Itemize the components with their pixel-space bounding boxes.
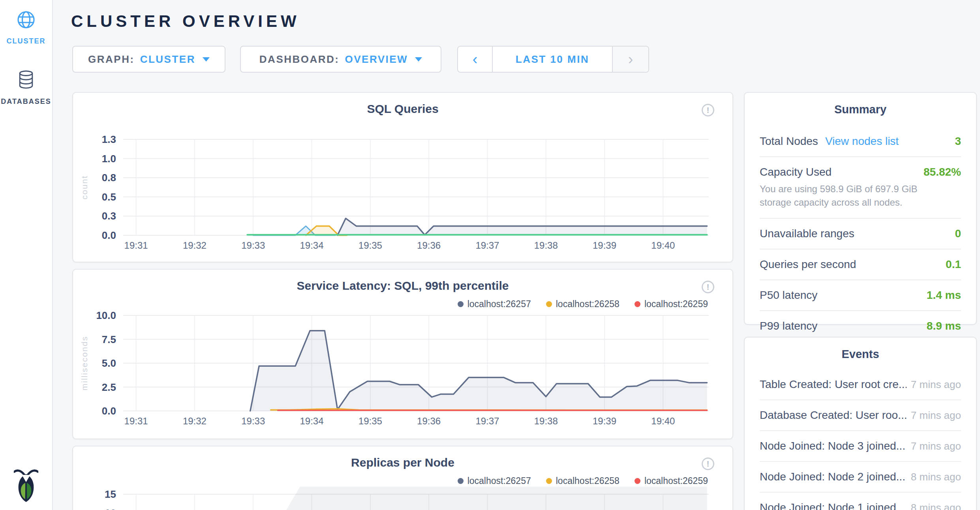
event-row[interactable]: Node Joined: Node 2 joined...8 mins ago: [760, 462, 961, 493]
svg-text:19:38: 19:38: [534, 416, 558, 426]
summary-row-value: 3: [955, 135, 961, 148]
event-text: Database Created: User roo...: [760, 409, 907, 422]
svg-text:19:32: 19:32: [183, 240, 207, 251]
summary-row-value: 0: [955, 227, 961, 240]
svg-text:19:35: 19:35: [359, 240, 382, 251]
sidebar-item-cluster[interactable]: CLUSTER: [0, 0, 52, 45]
replicas-per-node-canvas: 151050: [73, 446, 734, 510]
cockroachdb-logo: [14, 468, 38, 504]
summary-list: Total Nodes View nodes list 3 Capacity U…: [760, 126, 961, 341]
service-latency-canvas: 0.02.55.07.510.019:3119:3219:3319:3419:3…: [73, 270, 734, 440]
summary-row-label: Capacity Used: [760, 166, 832, 178]
summary-title: Summary: [760, 93, 961, 116]
summary-row-label: P99 latency: [760, 320, 817, 332]
graph-dropdown[interactable]: GRAPH: CLUSTER: [72, 46, 225, 73]
svg-text:7.5: 7.5: [102, 334, 116, 345]
svg-text:2.5: 2.5: [102, 381, 116, 393]
sidebar-item-label: DATABASES: [1, 98, 51, 106]
dashboard-controls: GRAPH: CLUSTER DASHBOARD: OVERVIEW ‹ LAS…: [72, 46, 649, 73]
svg-text:19:39: 19:39: [593, 416, 616, 426]
chart-plot: 0.02.55.07.510.019:3119:3219:3319:3419:3…: [73, 270, 734, 442]
svg-text:19:36: 19:36: [417, 240, 441, 251]
timerange-control: ‹ LAST 10 MIN ›: [457, 46, 649, 73]
event-time: 7 mins ago: [911, 379, 961, 391]
svg-text:19:31: 19:31: [124, 240, 148, 251]
event-text: Table Created: User root cre...: [760, 378, 907, 391]
svg-text:19:34: 19:34: [300, 240, 323, 251]
events-title: Events: [760, 338, 961, 361]
summary-row-value: 8.9 ms: [927, 320, 961, 332]
dashboard-dropdown-value: OVERVIEW: [345, 53, 408, 66]
service-latency-chart-card: Service Latency: SQL, 99th percentile ! …: [72, 269, 733, 439]
sidebar-item-label: CLUSTER: [7, 37, 46, 45]
svg-text:19:36: 19:36: [417, 416, 441, 426]
svg-text:19:37: 19:37: [475, 416, 499, 426]
sql-queries-canvas: 0.00.30.50.81.01.319:3119:3219:3319:3419…: [73, 93, 734, 263]
svg-text:19:37: 19:37: [475, 240, 499, 251]
summary-row-label: Total Nodes: [760, 135, 818, 148]
replicas-per-node-chart-card: Replicas per Node ! localhost:26257local…: [72, 446, 733, 510]
event-row[interactable]: Table Created: User root cre...7 mins ag…: [760, 369, 961, 400]
svg-text:count: count: [80, 175, 89, 199]
events-list: Table Created: User root cre...7 mins ag…: [760, 369, 961, 510]
event-row[interactable]: Node Joined: Node 1 joined...8 mins ago: [760, 493, 961, 510]
svg-text:19:33: 19:33: [241, 416, 265, 426]
event-row[interactable]: Database Created: User roo...7 mins ago: [760, 400, 961, 431]
svg-text:0.5: 0.5: [102, 191, 116, 203]
svg-text:10.0: 10.0: [96, 309, 116, 321]
summary-row-label: Queries per second: [760, 258, 856, 271]
graph-dropdown-value: CLUSTER: [140, 53, 195, 66]
svg-text:0.0: 0.0: [102, 229, 116, 241]
svg-text:1.3: 1.3: [102, 133, 116, 145]
sidebar: CLUSTER DATABASES: [0, 0, 53, 510]
svg-text:0.3: 0.3: [102, 210, 116, 222]
svg-text:10: 10: [105, 507, 116, 510]
main-content: CLUSTER OVERVIEW GRAPH: CLUSTER DASHBOAR…: [53, 0, 980, 510]
svg-text:19:40: 19:40: [651, 416, 675, 426]
timerange-prev-button[interactable]: ‹: [458, 47, 493, 72]
summary-row-value: 1.4 ms: [927, 289, 961, 302]
event-time: 8 mins ago: [911, 502, 961, 510]
event-text: Node Joined: Node 3 joined...: [760, 440, 905, 452]
timerange-next-button[interactable]: ›: [612, 47, 648, 72]
sql-queries-chart-card: SQL Queries ! 0.00.30.50.81.01.319:3119:…: [72, 92, 733, 262]
svg-text:19:39: 19:39: [593, 240, 616, 251]
graph-dropdown-label: GRAPH:: [88, 53, 135, 66]
event-row[interactable]: Node Joined: Node 3 joined...7 mins ago: [760, 431, 961, 462]
summary-row-label: Unavailable ranges: [760, 227, 854, 240]
summary-row-label: P50 latency: [760, 289, 817, 302]
svg-text:19:32: 19:32: [183, 416, 207, 426]
summary-row-p50: P50 latency 1.4 ms: [760, 280, 961, 311]
timerange-value[interactable]: LAST 10 MIN: [493, 47, 612, 72]
globe-icon: [17, 10, 36, 31]
svg-text:19:31: 19:31: [124, 416, 148, 426]
svg-text:19:38: 19:38: [534, 240, 558, 251]
summary-row-qps: Queries per second 0.1: [760, 249, 961, 280]
capacity-caption: You are using 598.9 GiB of 697.9 GiB sto…: [760, 182, 945, 209]
chevron-down-icon: [203, 57, 210, 62]
dashboard-dropdown[interactable]: DASHBOARD: OVERVIEW: [240, 46, 441, 73]
chart-plot: 0.00.30.50.81.01.319:3119:3219:3319:3419…: [73, 93, 734, 265]
summary-row-capacity: Capacity Used 85.82% You are using 598.9…: [760, 157, 961, 219]
svg-text:19:35: 19:35: [359, 416, 382, 426]
svg-text:milliseconds: milliseconds: [80, 336, 89, 390]
view-nodes-list-link[interactable]: View nodes list: [825, 135, 899, 148]
summary-row-value: 0.1: [946, 258, 961, 271]
database-icon: [17, 70, 35, 91]
svg-text:5.0: 5.0: [102, 357, 116, 369]
chart-plot: 151050: [73, 446, 734, 510]
event-time: 8 mins ago: [911, 471, 961, 483]
svg-text:19:33: 19:33: [241, 240, 265, 251]
summary-row-total-nodes: Total Nodes View nodes list 3: [760, 126, 961, 157]
events-panel: Events Table Created: User root cre...7 …: [744, 337, 977, 510]
svg-text:19:34: 19:34: [300, 416, 323, 426]
sidebar-item-databases[interactable]: DATABASES: [0, 45, 52, 106]
svg-text:15: 15: [105, 488, 116, 500]
svg-text:1.0: 1.0: [102, 153, 116, 165]
page-title: CLUSTER OVERVIEW: [71, 12, 300, 31]
svg-text:0.8: 0.8: [102, 172, 116, 184]
event-time: 7 mins ago: [911, 409, 961, 422]
event-text: Node Joined: Node 1 joined...: [760, 501, 905, 510]
event-text: Node Joined: Node 2 joined...: [760, 471, 905, 483]
summary-panel: Summary Total Nodes View nodes list 3 Ca…: [744, 92, 977, 325]
